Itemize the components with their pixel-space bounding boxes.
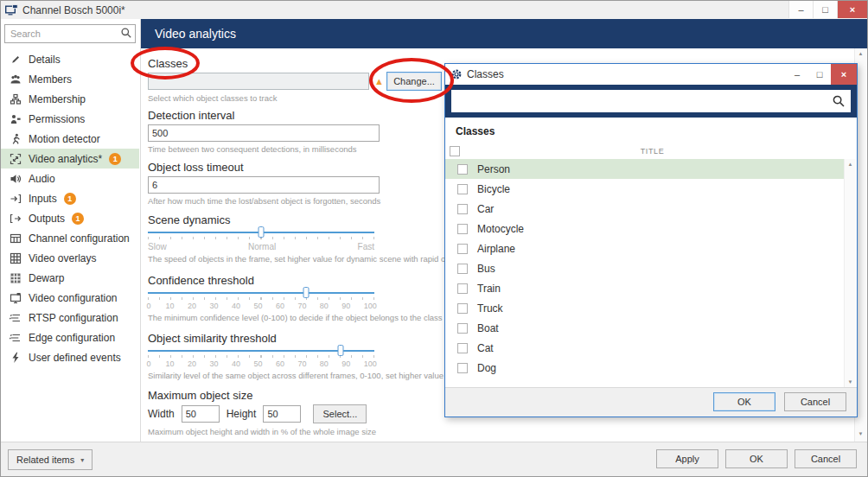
dialog-close-button[interactable]: × [831, 64, 857, 85]
bus-checkbox[interactable] [457, 264, 468, 274]
dialog-ok-button[interactable]: OK [713, 392, 775, 411]
list-item-truck[interactable]: Truck [445, 298, 845, 318]
list-item-boat[interactable]: Boat [445, 318, 845, 338]
sidebar-item-outputs[interactable]: Outputs 1 [1, 208, 139, 228]
truck-checkbox[interactable] [457, 303, 468, 314]
dialog-minimize-button[interactable]: – [786, 64, 808, 85]
slider-track[interactable] [148, 292, 374, 294]
ok-button[interactable]: OK [725, 449, 788, 468]
cat-checkbox[interactable] [457, 343, 468, 353]
person-checkbox[interactable] [457, 164, 468, 175]
audio-icon [9, 173, 22, 185]
classes-list: Person Bicycle Car Motocycle Airplane Bu… [445, 159, 845, 378]
apply-button[interactable]: Apply [656, 449, 718, 468]
sidebar-item-channel-configuration[interactable]: Channel configuration [1, 228, 139, 248]
maximum-object-size-row: Width Height Select... [148, 404, 367, 423]
detection-interval-field[interactable] [148, 124, 380, 142]
sidebar-item-membership[interactable]: Membership [1, 89, 139, 109]
sidebar-item-user-defined-events[interactable]: User defined events [1, 347, 139, 367]
video-analytics-badge: 1 [109, 153, 121, 165]
motocycle-checkbox[interactable] [457, 224, 468, 234]
sidebar-item-motion-detector[interactable]: Motion detector [1, 129, 139, 149]
edge-configuration-icon [9, 332, 22, 344]
permissions-icon [9, 113, 22, 125]
car-checkbox[interactable] [457, 204, 468, 214]
sidebar-item-details[interactable]: Details [1, 49, 139, 69]
list-item-person[interactable]: Person [445, 159, 845, 179]
bicycle-checkbox[interactable] [457, 184, 468, 194]
dialog-maximize-button[interactable]: □ [808, 64, 831, 85]
object-similarity-threshold-slider[interactable] [148, 346, 374, 358]
list-item-bicycle[interactable]: Bicycle [445, 179, 845, 199]
sidebar-item-rtsp-configuration[interactable]: RTSP configuration [1, 308, 139, 328]
list-item-motocycle[interactable]: Motocycle [445, 219, 845, 238]
lightning-icon [9, 352, 22, 364]
slider-thumb[interactable] [303, 287, 310, 298]
close-button[interactable]: × [837, 1, 867, 18]
search-icon [120, 27, 132, 42]
change-button[interactable]: Change... [386, 72, 442, 91]
title-column-header: TITLE [460, 147, 845, 156]
confidence-threshold-slider[interactable] [148, 288, 374, 300]
sidebar-item-edge-configuration[interactable]: Edge configuration [1, 328, 139, 347]
classes-search-band [445, 85, 857, 118]
scroll-up-icon[interactable]: ▲ [845, 159, 856, 169]
scene-dynamics-tick-labels: Slow Normal Fast [148, 242, 374, 251]
slider-tickmarks [148, 297, 374, 300]
dialog-cancel-button[interactable]: Cancel [784, 392, 846, 411]
list-item-bus[interactable]: Bus [445, 258, 845, 278]
train-checkbox[interactable] [457, 283, 468, 294]
classes-field[interactable] [148, 73, 369, 90]
sidebar-item-video-configuration[interactable]: Video configuration [1, 288, 139, 308]
sidebar-search [4, 24, 136, 43]
list-item-train[interactable]: Train [445, 278, 845, 298]
maximum-object-size-help: Maximum object height and width in % of … [148, 427, 376, 436]
slider-thumb[interactable] [337, 345, 343, 356]
boat-checkbox[interactable] [457, 323, 468, 334]
sidebar: Details Members Membership Permissions M… [1, 19, 141, 442]
scroll-down-icon[interactable]: ▼ [845, 377, 856, 387]
related-items-button[interactable]: Related items ▾ [8, 449, 93, 470]
outputs-icon [9, 213, 22, 225]
width-field[interactable] [182, 405, 220, 423]
classes-list-scrollbar[interactable]: ▲ ▼ [844, 159, 856, 387]
classes-section-title: Classes [456, 125, 495, 137]
airplane-checkbox[interactable] [457, 244, 468, 254]
minimize-button[interactable]: – [788, 1, 813, 18]
scene-dynamics-slider[interactable] [148, 227, 374, 239]
list-item-car[interactable]: Car [445, 199, 845, 219]
height-field[interactable] [263, 405, 301, 423]
classes-search-input[interactable] [451, 90, 851, 112]
classes-dialog-footer: OK Cancel [445, 387, 857, 417]
maximize-button[interactable]: □ [813, 1, 837, 18]
list-item-cat[interactable]: Cat [445, 338, 845, 358]
search-input[interactable] [4, 24, 136, 43]
object-similarity-help: Similarity level of the same object acro… [148, 371, 489, 380]
sidebar-item-inputs[interactable]: Inputs 1 [1, 188, 139, 208]
chevron-down-icon: ▾ [80, 456, 84, 464]
search-icon [832, 94, 846, 111]
select-button[interactable]: Select... [313, 404, 367, 423]
select-all-checkbox[interactable] [450, 146, 460, 156]
width-label: Width [148, 408, 175, 420]
list-item-airplane[interactable]: Airplane [445, 238, 845, 258]
sidebar-item-video-analytics[interactable]: Video analytics* 1 [1, 149, 139, 169]
object-loss-timeout-field[interactable] [148, 176, 380, 194]
slider-thumb[interactable] [258, 226, 265, 238]
scroll-down-icon[interactable]: ▼ [855, 429, 866, 440]
classes-help: Select which object classes to track [148, 93, 277, 103]
cancel-button[interactable]: Cancel [795, 449, 857, 468]
confidence-threshold-label: Confidence threshold [148, 274, 254, 287]
membership-icon [9, 93, 22, 105]
dog-checkbox[interactable] [457, 363, 468, 373]
sidebar-item-dewarp[interactable]: Dewarp [1, 268, 139, 288]
sidebar-item-members[interactable]: Members [1, 69, 139, 89]
list-item-dog[interactable]: Dog [445, 358, 845, 378]
title-bar: Channel Bosch 5000i* – □ × [1, 1, 867, 20]
sidebar-item-permissions[interactable]: Permissions [1, 109, 139, 129]
scroll-up-icon[interactable]: ▲ [855, 48, 866, 60]
rtsp-configuration-icon [9, 312, 22, 324]
sidebar-item-video-overlays[interactable]: Video overlays [1, 248, 139, 268]
object-similarity-threshold-label: Object similarity threshold [148, 332, 277, 345]
sidebar-item-audio[interactable]: Audio [1, 169, 139, 188]
